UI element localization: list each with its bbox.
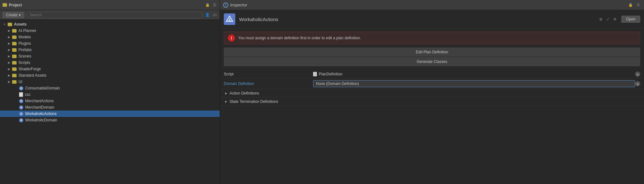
properties-section: Script PlanDefinition ◎ Domain Definitio… [220,70,644,106]
tree-item-label: ShaderForge [18,67,41,71]
tree-item-label: WorkaholicActions [25,111,56,116]
file-gear-icon: ⚙ [19,105,23,110]
tree-item-models[interactable]: ▶ Models [0,34,220,40]
script-label: Script [224,72,313,76]
tree-item-label: Models [18,35,31,39]
generate-classes-button[interactable]: Generate Classes [224,57,640,66]
tree-item-consumable-domain[interactable]: ⚙ ConsumableDomain [0,85,220,91]
tree-item-label: csc [25,92,31,97]
asset-header-right: ⊞ ⤢ ⚙ [598,17,618,22]
tree-item-shaderforge[interactable]: ▶ ShaderForge [0,66,220,72]
tree-item-scenes[interactable]: ▶ Scenes [0,53,220,59]
state-termination-foldout[interactable]: ▶ State Termination Definitions [220,97,644,106]
lock-icon[interactable]: 🔒 [628,3,633,8]
folder-icon [12,48,17,52]
domain-select-button[interactable]: ◎ [635,81,640,86]
folder-icon [12,67,17,71]
expand-icon[interactable]: ⤢ [605,17,611,22]
folder-icon [12,61,17,65]
domain-definition-row: Domain Definition None (Domain Definitio… [220,79,644,89]
chevron-icon: ▶ [7,48,11,52]
folder-icon [8,23,12,26]
tree-item-label: MerchantDomain [25,105,54,110]
tree-item-merchant-actions[interactable]: ⚙ MerchantActions [0,98,220,104]
script-value-text: PlanDefinition [319,72,342,76]
tree-item-assets[interactable]: ▾ Assets [0,21,220,27]
edit-plan-definition-button[interactable]: Edit Plan Definition [224,48,640,57]
inspector-header: i Inspector 🔒 ☰ [220,0,644,10]
right-panel: i Inspector 🔒 ☰ WorkaholicActions ⊞ ⤢ ⚙ [220,0,644,184]
project-tree: ▾ Assets ▶ AI.Planner ▶ Models ▶ Plugins… [0,20,220,184]
file-gear-icon: ⚙ [19,86,23,90]
tree-item-csc[interactable]: csc [0,91,220,98]
chevron-icon: ▶ [7,73,11,77]
chevron-icon: ▾ [3,22,6,26]
action-definitions-label: Action Definitions [230,91,259,96]
unity-logo [224,13,235,25]
chevron-icon: ▶ [7,67,11,71]
file-gear-icon: ⚙ [19,99,23,103]
tree-item-label: AI.Planner [18,28,36,33]
asset-header: WorkaholicActions ⊞ ⤢ ⚙ Open [220,10,644,28]
script-select-button[interactable]: ◎ [635,72,640,77]
script-file-icon [313,72,317,76]
folder-icon [12,42,17,45]
tree-item-scripts[interactable]: ▶ Scripts [0,59,220,66]
domain-definition-field[interactable]: None (Domain Definition) [313,80,635,87]
tree-item-label: Assets [14,22,26,27]
toolbar-right-icons: 👤 🏷 [205,12,217,18]
tree-item-workaholic-actions[interactable]: ⚙ WorkaholicActions [0,111,220,117]
tag-icon[interactable]: 🏷 [212,12,217,18]
menu-icon[interactable]: ☰ [636,3,641,8]
tree-item-merchant-domain[interactable]: ⚙ MerchantDomain [0,104,220,111]
project-folder-icon [3,3,7,7]
person-icon[interactable]: 👤 [205,12,210,18]
create-button[interactable]: Create ▾ [3,12,24,18]
chevron-icon: ▶ [7,61,11,65]
action-definitions-foldout[interactable]: ▶ Action Definitions [220,89,644,97]
state-termination-label: State Termination Definitions [230,99,278,104]
chevron-icon: ▶ [7,80,11,84]
tree-item-label: Plugins [18,41,31,46]
view-icon[interactable]: ⊞ [598,17,604,22]
settings-icon[interactable]: ⚙ [612,17,618,22]
inspector-content: WorkaholicActions ⊞ ⤢ ⚙ Open ! You must … [220,10,644,184]
tree-item-ai-planner[interactable]: ▶ AI.Planner [0,27,220,34]
open-button[interactable]: Open [621,16,640,23]
domain-definition-value: None (Domain Definition) [313,80,635,87]
folder-icon [12,55,17,58]
folder-icon [12,80,17,84]
file-gear-icon: ⚙ [19,112,23,116]
tree-item-label: ConsumableDomain [25,86,60,90]
tree-item-label: Scenes [18,54,31,58]
search-input[interactable] [27,12,202,18]
menu-icon[interactable]: ☰ [212,3,217,8]
script-property-row: Script PlanDefinition ◎ [220,70,644,79]
left-panel: Project 🔒 ☰ Create ▾ 👤 🏷 ▾ Assets ▶ AI [0,0,220,184]
inspector-header-right: 🔒 ☰ [628,3,641,8]
inspector-title: Inspector [230,3,247,7]
script-value: PlanDefinition [313,72,635,76]
folder-icon [12,35,17,39]
lock-icon[interactable]: 🔒 [205,3,210,8]
project-toolbar: Create ▾ 👤 🏷 [0,10,220,20]
action-buttons: Edit Plan Definition Generate Classes [224,48,640,67]
tree-item-label: UI [18,80,22,84]
project-title: Project [9,3,22,7]
tree-item-label: Standard Assets [18,73,46,78]
info-icon: i [223,3,228,8]
tree-item-standard-assets[interactable]: ▶ Standard Assets [0,72,220,79]
file-gear-icon: ⚙ [19,118,23,122]
tree-item-label: WorkaholicDomain [25,118,57,122]
project-header-icons: 🔒 ☰ [205,3,217,8]
tree-item-workaholic-domain[interactable]: ⚙ WorkaholicDomain [0,117,220,123]
file-white-icon [19,92,23,97]
project-header-left: Project [3,3,22,7]
tree-item-prefabs[interactable]: ▶ Prefabs [0,47,220,53]
tree-item-label: Prefabs [18,48,32,52]
domain-definition-label[interactable]: Domain Definition [224,81,313,86]
tree-item-plugins[interactable]: ▶ Plugins [0,40,220,47]
tree-item-ui[interactable]: ▶ UI [0,79,220,85]
foldout-chevron-icon: ▶ [224,91,228,96]
project-panel-header: Project 🔒 ☰ [0,0,220,10]
